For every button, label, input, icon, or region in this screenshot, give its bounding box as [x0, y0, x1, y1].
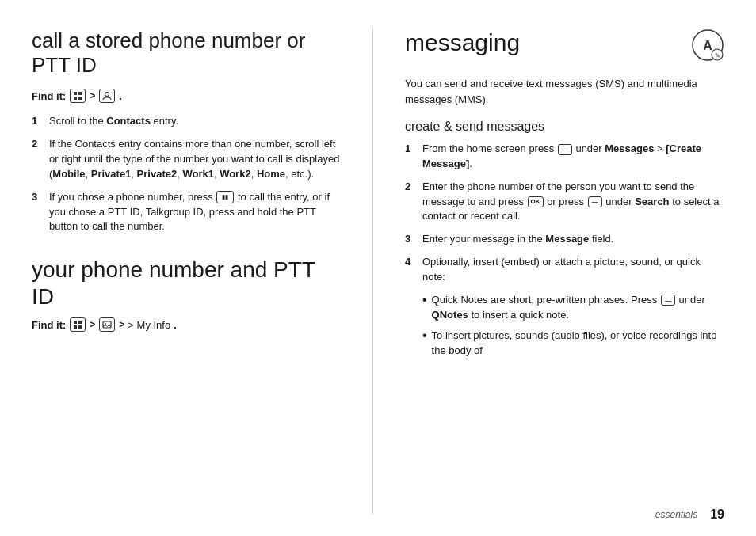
svg-rect-5: [74, 321, 77, 324]
messages-bold-1: Messages: [605, 143, 654, 154]
find-it-dot-2: .: [174, 319, 177, 331]
left-column: call a stored phone number or PTT ID Fin…: [32, 29, 365, 514]
svg-rect-6: [78, 321, 82, 324]
create-step-num-2: 2: [405, 180, 416, 225]
section-call-stored: call a stored phone number or PTT ID Fin…: [32, 29, 341, 234]
create-step-content-2: Enter the phone number of the person you…: [422, 180, 724, 225]
create-step-2: 2 Enter the phone number of the person y…: [405, 180, 724, 225]
my-info-text: > My Info: [128, 319, 170, 331]
soft-btn-icon-3: —: [661, 295, 675, 306]
menu-icon: [70, 89, 86, 103]
step-content-1: Scroll to the Contacts entry.: [49, 114, 341, 129]
gallery-icon: [99, 317, 115, 332]
work2-bold: Work2: [220, 168, 251, 180]
svg-rect-9: [103, 321, 111, 328]
footer-label: essentials: [655, 509, 697, 520]
ok-button-icon-1: ▮▮: [216, 191, 234, 203]
create-step-content-3: Enter your message in the Message field.: [422, 232, 724, 247]
right-column: messaging A ✎ You can send and receive t…: [381, 29, 724, 514]
home-bold: Home: [257, 168, 285, 180]
arrow-icon-1: >: [90, 90, 95, 101]
svg-rect-1: [78, 92, 82, 95]
call-step-1: 1 Scroll to the Contacts entry.: [32, 114, 341, 129]
svg-text:✎: ✎: [715, 52, 720, 59]
call-step-3: 3 If you chose a phone number, press ▮▮ …: [32, 190, 341, 235]
messaging-header: messaging A ✎: [405, 29, 724, 68]
step-content-2: If the Contacts entry contains more than…: [49, 137, 341, 182]
svg-rect-3: [78, 97, 82, 100]
call-steps-list: 1 Scroll to the Contacts entry. 2 If the…: [32, 114, 341, 234]
messaging-svg: A ✎: [691, 29, 724, 62]
bullet-dot-2: •: [422, 329, 427, 359]
subsection-create-send: create & send messages 1 From the home s…: [405, 120, 724, 359]
contacts-icon: [99, 89, 115, 103]
svg-point-4: [105, 93, 109, 97]
your-phone-title: your phone number and PTT ID: [32, 257, 341, 310]
find-it-label-phone: Find it:: [32, 319, 66, 331]
mobile-bold: Mobile: [52, 168, 85, 180]
svg-rect-0: [74, 92, 77, 95]
section-your-phone: your phone number and PTT ID Find it: >: [32, 257, 341, 332]
bullet-content-2: To insert pictures, sounds (audio files)…: [432, 329, 724, 359]
create-bullets: • Quick Notes are short, pre-written phr…: [422, 293, 724, 359]
find-it-label-call: Find it:: [32, 90, 66, 102]
find-it-call: Find it: >: [32, 89, 341, 103]
svg-rect-7: [74, 325, 77, 329]
section-call-title: call a stored phone number or PTT ID: [32, 29, 341, 78]
create-send-title: create & send messages: [405, 120, 724, 134]
step-content-3: If you chose a phone number, press ▮▮ to…: [49, 190, 341, 235]
arrow-icon-2: >: [90, 319, 95, 330]
create-step-1: 1 From the home screen press — under Mes…: [405, 142, 724, 172]
call-step-2: 2 If the Contacts entry contains more th…: [32, 137, 341, 182]
svg-rect-2: [74, 97, 77, 100]
ok-btn-icon-2: OK: [528, 196, 544, 207]
step-number-1: 1: [32, 114, 43, 129]
messaging-intro: You can send and receive text messages (…: [405, 76, 724, 107]
contacts-bold: Contacts: [106, 115, 151, 127]
work1-bold: Work1: [182, 168, 214, 180]
qnotes-bold: QNotes: [432, 309, 468, 321]
soft-btn-icon-1: —: [558, 144, 572, 155]
create-send-steps: 1 From the home screen press — under Mes…: [405, 142, 724, 285]
search-bold: Search: [635, 196, 669, 207]
bullet-1: • Quick Notes are short, pre-written phr…: [422, 293, 724, 323]
svg-rect-8: [78, 325, 82, 329]
create-step-num-4: 4: [405, 255, 416, 285]
menu-icon-2: [70, 317, 86, 332]
create-step-num-3: 3: [405, 232, 416, 247]
arrow-icon-3: >: [119, 319, 124, 330]
footer-page-number: 19: [710, 507, 724, 522]
column-divider: [372, 29, 373, 514]
messaging-title: messaging: [405, 29, 520, 57]
svg-point-10: [105, 323, 106, 325]
create-step-4: 4 Optionally, insert (embed) or attach a…: [405, 255, 724, 285]
bullet-dot-1: •: [422, 293, 427, 323]
svg-text:A: A: [703, 39, 712, 52]
section-messaging: messaging A ✎ You can send and receive t…: [405, 29, 724, 359]
create-step-content-1: From the home screen press — under Messa…: [422, 142, 724, 172]
soft-btn-icon-2: —: [588, 196, 602, 207]
step-number-2: 2: [32, 137, 43, 182]
find-it-phone: Find it: >: [32, 317, 341, 332]
messaging-icon: A ✎: [691, 29, 724, 64]
page: call a stored phone number or PTT ID Fin…: [0, 0, 756, 536]
private1-bold: Private1: [91, 168, 132, 180]
create-step-3: 3 Enter your message in the Message fiel…: [405, 232, 724, 247]
create-step-content-4: Optionally, insert (embed) or attach a p…: [422, 255, 724, 285]
create-step-num-1: 1: [405, 142, 416, 172]
find-it-separator: .: [119, 90, 122, 102]
bullet-content-1: Quick Notes are short, pre-written phras…: [432, 293, 724, 323]
step-number-3: 3: [32, 190, 43, 235]
message-field-bold: Message: [545, 233, 589, 245]
bullet-2: • To insert pictures, sounds (audio file…: [422, 329, 724, 359]
footer: essentials 19: [655, 507, 724, 522]
private2-bold: Private2: [137, 168, 178, 180]
